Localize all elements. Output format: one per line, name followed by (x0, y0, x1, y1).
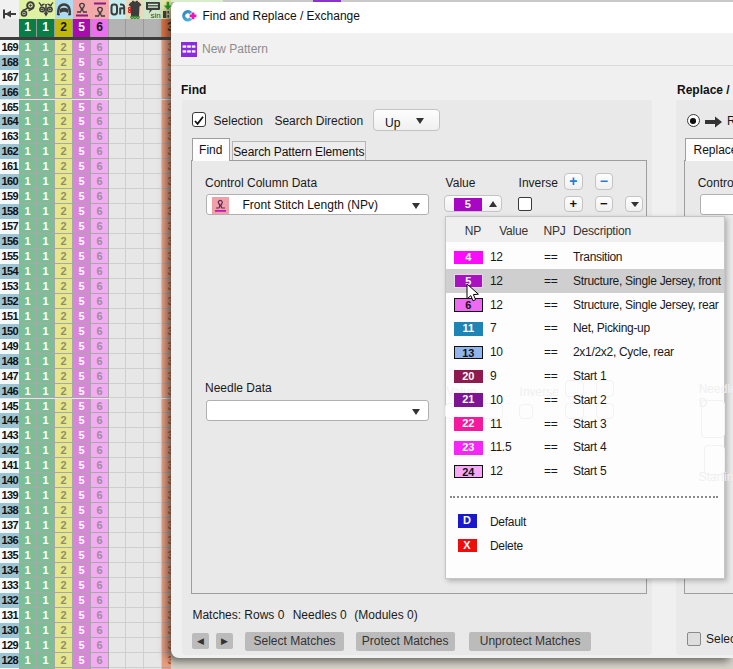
svg-text:sin: sin (151, 11, 161, 20)
